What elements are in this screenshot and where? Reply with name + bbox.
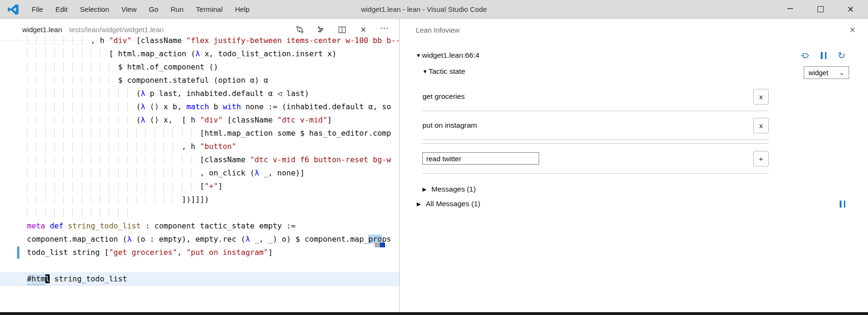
tactic-state-label: Tactic state [429, 67, 465, 76]
code-line[interactable]: (λ p last, inhabited.default α ◁ last) [27, 87, 399, 100]
new-todo-input[interactable] [422, 152, 539, 165]
editor-actions: ✕ ··· [295, 26, 389, 34]
code-line[interactable]: meta def string_todo_list : component ta… [27, 219, 399, 233]
window-title: widget1.lean - lean - Visual Studio Code [361, 0, 487, 19]
pin-icon[interactable] [800, 51, 809, 60]
menu-run[interactable]: Run [164, 0, 190, 19]
maximize-button[interactable] [816, 5, 825, 14]
code-line[interactable]: [ html.map_action (λ x, todo_list_action… [27, 47, 399, 61]
more-actions-icon[interactable]: ··· [380, 26, 389, 34]
menu-bar: File Edit Selection View Go Run Terminal… [26, 0, 256, 19]
expanded-triangle-icon: ▼ [416, 52, 422, 58]
close-editor-icon[interactable]: ✕ [359, 26, 368, 34]
infoview-toolbar: ↻ [800, 51, 845, 60]
code-line[interactable]: $ component.stateful (option α) α [27, 74, 399, 87]
code-line[interactable]: component.map_action (λ (o : empty), emp… [27, 233, 399, 246]
code-line[interactable]: [html.map_action some $ has_to_editor.co… [27, 127, 399, 140]
minimize-button[interactable]: – [786, 5, 794, 14]
menu-edit[interactable]: Edit [49, 0, 74, 19]
all-messages-section[interactable]: ▶ All Messages (1) [416, 200, 845, 208]
code-line[interactable]: ["+"] [27, 180, 399, 193]
expanded-triangle-icon: ▼ [422, 69, 429, 74]
cursor-location-label: widget1.lean:66:4 [422, 51, 480, 60]
infoview-header: Lean Infoview ✕ [400, 19, 868, 41]
tab-widget1-lean[interactable]: widget1.lean [22, 26, 62, 34]
refresh-icon[interactable]: ↻ [838, 51, 845, 60]
infoview-body: ▼ widget1.lean:66:4 ↻ ▼ Tactic state [400, 41, 868, 208]
code-editor[interactable]: , h "div" [className "flex justify-betwe… [0, 34, 399, 312]
editor-pane: widget1.lean tests/lean/widget/widget1.l… [0, 19, 400, 312]
code-line[interactable]: (λ ⟨⟩ x, [ h "div" [className "dtc v-mid… [27, 114, 399, 127]
vscode-logo-icon [8, 4, 19, 15]
remove-todo-button[interactable]: x [753, 89, 769, 105]
menu-go[interactable]: Go [143, 0, 164, 19]
vscode-window: File Edit Selection View Go Run Terminal… [0, 0, 868, 315]
todo-item-row: get groceries x [422, 82, 769, 111]
code-line[interactable] [27, 206, 399, 219]
outline-icon[interactable] [317, 26, 325, 34]
main-content: widget1.lean tests/lean/widget/widget1.l… [0, 19, 868, 312]
menu-file[interactable]: File [26, 0, 49, 19]
maximize-icon [817, 6, 824, 12]
menu-terminal[interactable]: Terminal [190, 0, 229, 19]
code-line[interactable]: ])]]]) [27, 193, 399, 206]
todo-input-row: + [422, 144, 769, 173]
todo-item-label: get groceries [422, 92, 465, 101]
add-todo-button[interactable]: + [753, 151, 769, 166]
code-line[interactable]: , h "button" [27, 140, 399, 153]
menu-selection[interactable]: Selection [74, 0, 115, 19]
menu-view[interactable]: View [115, 0, 143, 19]
code-line[interactable] [27, 259, 399, 272]
code-line[interactable]: [className "dtc v-mid f6 button-reset bg… [27, 153, 399, 166]
window-controls: – ✕ [786, 5, 868, 14]
breadcrumb[interactable]: tests/lean/widget/widget1.lean [69, 26, 163, 34]
todo-item-label: put on instagram [422, 121, 477, 130]
messages-label: Messages (1) [431, 185, 476, 193]
code-line[interactable]: (λ ⟨⟩ x b, match b with none := (inhabit… [27, 100, 399, 114]
code-line[interactable]: , on_click (λ _, none)] [27, 166, 399, 180]
code-line[interactable]: , h "div" [className "flex justify-betwe… [27, 34, 399, 47]
remove-todo-button[interactable]: x [753, 118, 769, 133]
close-window-button[interactable]: ✕ [846, 5, 855, 14]
collapsed-triangle-icon: ▶ [417, 201, 423, 207]
widget-mode-select[interactable]: widget ⌄ [804, 66, 849, 79]
pause-updates-icon[interactable] [821, 52, 826, 59]
open-changes-icon[interactable] [295, 26, 304, 34]
pause-all-messages-icon[interactable] [840, 201, 845, 208]
code-line[interactable]: #html string_todo_list [0, 272, 399, 286]
title-bar: File Edit Selection View Go Run Terminal… [0, 0, 868, 19]
collapsed-triangle-icon: ▶ [422, 186, 429, 192]
divider [422, 140, 769, 140]
tactic-state-section[interactable]: ▼ Tactic state [416, 65, 845, 78]
lean-infoview-panel: Lean Infoview ✕ widget ⌄ ▼ widget1.lean:… [400, 19, 868, 312]
code-line[interactable]: $ html.of_component () [27, 61, 399, 74]
close-infoview-icon[interactable]: ✕ [850, 26, 856, 35]
code-line[interactable]: todo_list string ["get groceries", "put … [27, 246, 399, 259]
messages-section[interactable]: ▶ Messages (1) [416, 185, 845, 193]
widget-mode-value: widget [808, 69, 828, 77]
all-messages-label: All Messages (1) [426, 200, 480, 208]
window-bottom-edge [0, 312, 868, 315]
split-editor-icon[interactable] [338, 26, 346, 34]
divider [422, 173, 769, 174]
todo-list-widget: get groceries x put on instagram x + [422, 82, 769, 174]
chevron-down-icon: ⌄ [839, 69, 844, 76]
menu-help[interactable]: Help [229, 0, 256, 19]
cursor-location-section[interactable]: ▼ widget1.lean:66:4 ↻ [416, 49, 845, 61]
todo-item-row: put on instagram x [422, 111, 769, 140]
infoview-title: Lean Infoview [416, 26, 460, 34]
